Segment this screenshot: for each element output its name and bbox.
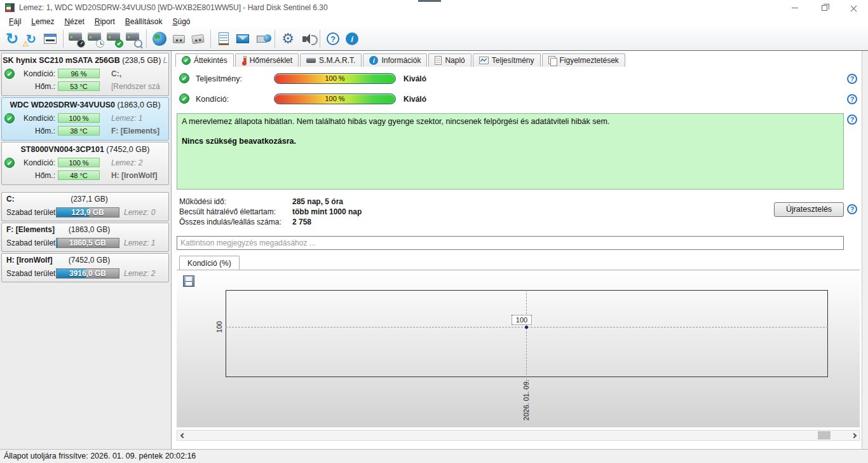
scrollbar-thumb[interactable] bbox=[818, 431, 831, 439]
disk-check-icon[interactable]: ✔ bbox=[105, 29, 124, 48]
menu-view[interactable]: Nézet bbox=[59, 17, 89, 27]
document-icon bbox=[435, 56, 442, 65]
tab-label: Figyelmeztetések bbox=[560, 56, 619, 65]
pages-icon bbox=[548, 56, 557, 65]
chart-tab-condition[interactable]: Kondíció (%) bbox=[179, 256, 240, 270]
tab-label: Napló bbox=[445, 56, 465, 65]
condition-value: 100 % bbox=[275, 94, 395, 104]
disk-search-icon[interactable] bbox=[124, 29, 143, 48]
toolbar-separator bbox=[320, 30, 320, 48]
disk-size: (7452,0 GB) bbox=[106, 145, 149, 154]
refresh-warning-icon[interactable]: ↻⚠ bbox=[22, 29, 41, 48]
start-stop-count-label: Összes indulás/leállás száma: bbox=[179, 217, 292, 227]
toolbar-separator bbox=[210, 30, 211, 48]
partition-panel-f[interactable]: F: [Elements] (1863,0 GB) Szabad terület… bbox=[1, 223, 169, 252]
toolbar-separator bbox=[146, 30, 147, 48]
toolbar-separator bbox=[63, 30, 64, 48]
scroll-right-arrow[interactable] bbox=[848, 431, 859, 440]
temperature-bar: 53 °C bbox=[58, 81, 100, 91]
condition-bar: 96 % bbox=[58, 69, 100, 78]
check-circle-icon: ✔ bbox=[182, 56, 191, 65]
scroll-left-arrow[interactable] bbox=[177, 431, 188, 440]
help-status-icon[interactable]: ? bbox=[847, 114, 857, 125]
menu-report[interactable]: Riport bbox=[90, 17, 120, 27]
help-icon[interactable]: ? bbox=[323, 29, 342, 48]
disk-dock-icon[interactable] bbox=[188, 29, 207, 48]
power-on-time-value: 285 nap, 5 óra bbox=[292, 197, 343, 207]
tab-label: Hőmérséklet bbox=[250, 56, 292, 65]
help-condition-icon[interactable]: ? bbox=[847, 94, 857, 104]
free-space-bar: 1860,5 GB bbox=[56, 238, 119, 248]
partition-size: (237,1 GB) bbox=[56, 193, 123, 206]
disk-panel-sk-hynix[interactable]: SK hynix SC210 mSATA 256GB (238,5 GB) L … bbox=[1, 53, 169, 96]
temperature-label: Hőm.: bbox=[15, 125, 55, 137]
free-space-label: Szabad terület bbox=[6, 206, 55, 219]
temperature-label: Hőm.: bbox=[15, 169, 55, 182]
disk-panel-st8000[interactable]: ST8000VN004-3CP101 (7452,0 GB) ✔ Kondíci… bbox=[1, 142, 169, 185]
chart-y-tick: 100 bbox=[215, 317, 223, 336]
tab-log[interactable]: Napló bbox=[428, 53, 471, 67]
chart-horizontal-scrollbar[interactable] bbox=[177, 430, 860, 441]
tab-overview[interactable]: ✔Áttekintés bbox=[175, 53, 234, 67]
chart-x-tick: 2026. 01. 09. bbox=[522, 371, 530, 429]
temperature-bar: 48 °C bbox=[58, 170, 100, 180]
partition-size: (7452,0 GB) bbox=[56, 254, 123, 267]
info-icon[interactable]: i bbox=[342, 29, 362, 48]
info-circle-icon: i bbox=[369, 56, 378, 65]
main-content: ✔Áttekintés Hőmérséklet S.M.A.R.T. iInfo… bbox=[173, 51, 868, 449]
condition-meter: 100 % bbox=[274, 93, 396, 104]
disk-name: ST8000VN004-3CP101 bbox=[21, 145, 104, 154]
condition-bar: 100 % bbox=[58, 158, 100, 167]
temperature-label: Hőm.: bbox=[15, 80, 55, 93]
save-chart-icon[interactable] bbox=[183, 275, 194, 287]
condition-row: ✔ Kondíció: 100 % Kiváló bbox=[177, 93, 837, 105]
tab-strip: ✔Áttekintés Hőmérséklet S.M.A.R.T. iInfo… bbox=[175, 53, 625, 67]
disk-size: (1863,0 GB) bbox=[117, 100, 160, 109]
retest-button[interactable]: Újratesztelés bbox=[774, 202, 844, 217]
disk-gauge-icon[interactable] bbox=[67, 29, 86, 48]
mail-icon[interactable] bbox=[233, 29, 252, 48]
disk-suffix: L bbox=[163, 56, 168, 65]
partition-panel-c[interactable]: C: (237,1 GB) Szabad terület 123,9 GB Le… bbox=[1, 192, 169, 221]
lifetime-info: Működési idő:285 nap, 5 óra Becsült hátr… bbox=[179, 197, 362, 227]
disk-size: (238,5 GB) bbox=[122, 56, 161, 65]
menu-disk[interactable]: Lemez bbox=[26, 17, 59, 27]
network-disk-icon[interactable] bbox=[150, 29, 169, 48]
disk-sidebar: SK hynix SC210 mSATA 256GB (238,5 GB) L … bbox=[0, 51, 172, 449]
refresh-icon[interactable]: ↻ bbox=[3, 29, 22, 48]
condition-rating: Kiváló bbox=[403, 93, 426, 105]
tab-smart[interactable]: S.M.A.R.T. bbox=[300, 53, 362, 67]
disk-name: SK hynix SC210 mSATA 256GB bbox=[3, 56, 120, 65]
right-edge-strip bbox=[862, 51, 868, 449]
help-performance-icon[interactable]: ? bbox=[847, 74, 857, 84]
close-button[interactable] bbox=[839, 0, 868, 15]
chart-icon bbox=[479, 57, 489, 64]
condition-label: Kondíció: bbox=[196, 93, 229, 105]
settings-gear-icon[interactable]: ⚙ bbox=[278, 29, 297, 48]
menu-help[interactable]: Súgó bbox=[167, 17, 195, 27]
status-text: Állapot utoljára frissítve: 2026. 01. 09… bbox=[4, 452, 196, 460]
thermometer-icon bbox=[241, 56, 247, 66]
help-retest-icon[interactable]: ? bbox=[847, 204, 857, 214]
menu-file[interactable]: Fájl bbox=[4, 17, 26, 27]
disk-clock-icon[interactable] bbox=[86, 29, 105, 48]
comment-input[interactable] bbox=[177, 236, 844, 250]
disk-panel-wdc[interactable]: WDC WD20SDRW-34VUUS0 (1863,0 GB) ✔ Kondí… bbox=[1, 97, 169, 141]
tab-alerts[interactable]: Figyelmeztetések bbox=[542, 53, 625, 67]
tab-label: Teljesítmény bbox=[492, 56, 534, 65]
minimize-button[interactable] bbox=[780, 0, 810, 15]
disk-connector-icon[interactable] bbox=[169, 29, 188, 48]
ok-check-icon: ✔ bbox=[4, 69, 15, 79]
report-window-icon[interactable] bbox=[41, 29, 60, 48]
network-share-icon[interactable] bbox=[252, 29, 271, 48]
tab-performance[interactable]: Teljesítmény bbox=[473, 53, 541, 67]
menu-settings[interactable]: Beállítások bbox=[120, 17, 168, 27]
sound-icon[interactable] bbox=[297, 29, 316, 48]
partition-panel-h[interactable]: H: [IronWolf] (7452,0 GB) Szabad terület… bbox=[1, 253, 169, 282]
notes-icon[interactable] bbox=[214, 29, 233, 48]
maximize-button[interactable] bbox=[810, 0, 839, 15]
tab-temperature[interactable]: Hőmérséklet bbox=[235, 53, 299, 67]
tab-information[interactable]: iInformációk bbox=[363, 53, 427, 67]
temperature-bar: 38 °C bbox=[58, 126, 100, 135]
condition-note: C:, bbox=[111, 67, 166, 80]
